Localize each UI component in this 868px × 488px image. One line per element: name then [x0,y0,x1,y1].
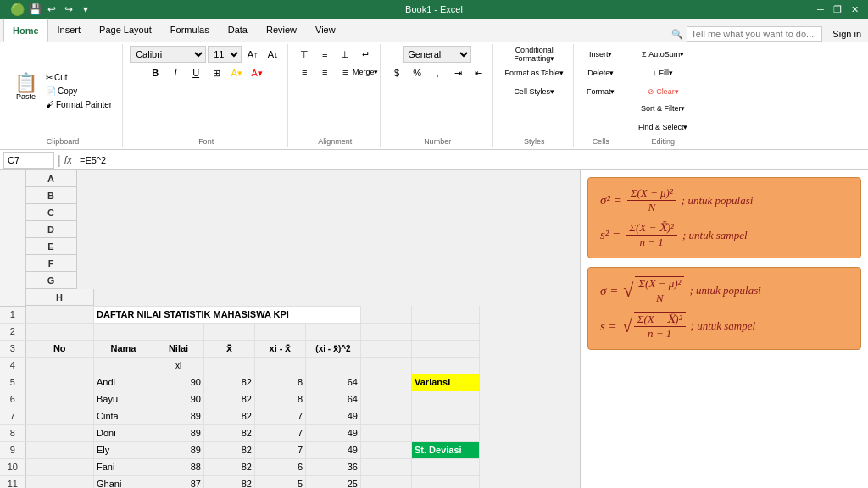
cell-a4[interactable] [25,357,94,374]
tab-formulas[interactable]: Formulas [161,18,219,42]
cell-a1[interactable] [25,306,94,323]
cell-xbar[interactable]: 82 [204,374,255,391]
cell-h3[interactable] [412,340,480,357]
cell-nilai[interactable]: 90 [153,391,204,408]
row-number[interactable]: 11 [0,475,25,488]
cell-diffsq[interactable]: 49 [306,441,361,458]
row-number[interactable]: 3 [0,340,25,357]
align-middle-button[interactable]: ≡ [315,46,334,63]
cell-h11[interactable] [412,475,480,488]
cell-nilai[interactable]: 87 [153,475,204,488]
autosum-button[interactable]: Σ AutoSum▾ [633,46,693,63]
cut-button[interactable]: ✂ Cut [42,71,115,84]
cell-nilai[interactable]: 89 [153,408,204,424]
cell-diffsq[interactable]: 64 [306,374,361,391]
cell-c2[interactable] [153,323,204,340]
cell-nama[interactable]: Fani [94,458,153,475]
cell-g4[interactable] [361,357,412,374]
bold-button[interactable]: B [146,64,164,81]
delete-cells-button[interactable]: Delete▾ [592,64,610,81]
cell-g1[interactable] [361,306,412,323]
cell-a2[interactable] [25,323,94,340]
col-header-e[interactable]: E [26,238,77,255]
cell-b2[interactable] [94,323,153,340]
cell-nama[interactable]: Bayu [94,391,153,408]
tab-home[interactable]: Home [3,18,48,42]
stdev-label-cell[interactable]: St. Deviasi [412,441,480,458]
cell-diff[interactable]: 8 [255,391,306,408]
restore-button[interactable]: ❐ [831,3,844,16]
cell-d2[interactable] [204,323,255,340]
header-diffsq[interactable]: (xi - x̄)^2 [306,340,361,357]
col-header-b[interactable]: B [26,187,77,204]
cell-xbar[interactable]: 82 [204,424,255,441]
italic-button[interactable]: I [166,64,185,81]
cell-nama[interactable]: Cinta [94,408,153,424]
cell-c4[interactable]: xi [153,357,204,374]
undo-button[interactable]: ↩ [45,3,58,16]
cell-e2[interactable] [255,323,306,340]
row-number[interactable]: 10 [0,458,25,475]
row-number[interactable]: 4 [0,357,25,374]
fill-button[interactable]: ↓ Fill▾ [633,64,693,81]
variansi-label-cell[interactable]: Variansi [412,374,480,391]
align-left-button[interactable]: ≡ [295,64,314,80]
number-format-select[interactable]: General [403,46,471,63]
tab-view[interactable]: View [306,18,345,42]
cell-no[interactable] [25,475,94,488]
cell-h6[interactable] [412,391,480,408]
cell-diff[interactable]: 8 [255,374,306,391]
cell-g10[interactable] [361,458,412,475]
signin-button[interactable]: Sign in [832,29,861,39]
col-header-a[interactable]: A [26,170,77,187]
border-button[interactable]: ⊞ [207,64,225,81]
cell-diff[interactable]: 7 [255,408,306,424]
cell-nilai[interactable]: 90 [153,374,204,391]
cell-no[interactable] [25,458,94,475]
col-header-f[interactable]: F [26,255,77,272]
insert-cells-button[interactable]: Insert▾ [592,46,610,63]
cell-g9[interactable] [361,441,412,458]
paste-button[interactable]: 📋 Paste [10,71,42,103]
cell-d4[interactable] [204,357,255,374]
header-diff[interactable]: xi - x̄ [255,340,306,357]
title-cell[interactable]: DAFTAR NILAI STATISTIK MAHASISWA KPI [94,306,361,323]
copy-button[interactable]: 📄 Copy [42,85,115,97]
cell-xbar[interactable]: 82 [204,458,255,475]
formula-input[interactable] [75,152,865,169]
tab-insert[interactable]: Insert [48,18,91,42]
decrease-font-button[interactable]: A↓ [264,46,282,63]
cell-nama[interactable]: Doni [94,424,153,441]
redo-button[interactable]: ↪ [62,3,75,16]
header-nama[interactable]: Nama [94,340,153,357]
font-family-select[interactable]: Calibri [130,46,206,63]
align-right-button[interactable]: ≡ [336,64,354,80]
col-header-h[interactable]: H [26,289,94,306]
align-center-button[interactable]: ≡ [315,64,334,80]
comma-button[interactable]: , [428,64,447,81]
font-size-select[interactable]: 11 [208,46,242,63]
format-cells-button[interactable]: Format▾ [592,83,610,100]
cell-diffsq[interactable]: 49 [306,408,361,424]
find-select-button[interactable]: Find & Select▾ [633,119,693,136]
tab-page-layout[interactable]: Page Layout [90,18,161,42]
row-number[interactable]: 9 [0,441,25,458]
currency-button[interactable]: $ [387,64,406,81]
save-button[interactable]: 💾 [28,3,42,16]
row-number[interactable]: 7 [0,408,25,424]
cell-h2[interactable] [412,323,480,340]
row-number[interactable]: 1 [0,306,25,323]
col-header-d[interactable]: D [26,221,77,238]
cell-no[interactable] [25,441,94,458]
fill-color-button[interactable]: A▾ [227,64,246,81]
cell-nama[interactable]: Andi [94,374,153,391]
cell-reference-input[interactable] [3,152,54,169]
close-button[interactable]: ✕ [848,3,861,16]
search-input[interactable] [687,26,822,42]
tab-data[interactable]: Data [219,18,257,42]
cell-f4[interactable] [306,357,361,374]
clear-button[interactable]: ⊘ Clear▾ [633,83,693,100]
cell-g7[interactable] [361,408,412,424]
increase-font-button[interactable]: A↑ [243,46,262,63]
cell-b4[interactable] [94,357,153,374]
